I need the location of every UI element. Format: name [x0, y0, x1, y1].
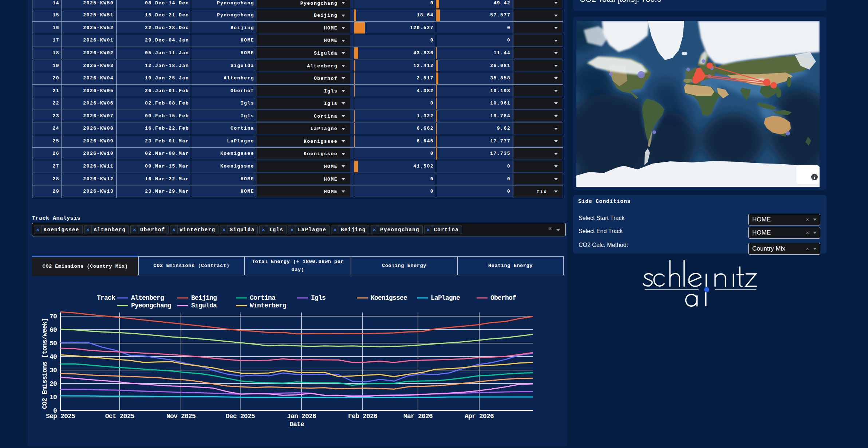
svg-text:Apr 2026: Apr 2026 — [465, 413, 494, 420]
svg-text:Nov 2025: Nov 2025 — [166, 413, 196, 420]
svg-text:Pyeongchang: Pyeongchang — [131, 302, 171, 309]
svg-text:Jan 2026: Jan 2026 — [287, 413, 316, 420]
svg-text:Track: Track — [97, 294, 115, 302]
svg-text:Feb 2026: Feb 2026 — [348, 413, 377, 420]
svg-text:10: 10 — [50, 394, 57, 401]
svg-text:Date: Date — [289, 421, 304, 428]
svg-text:Koenigssee: Koenigssee — [371, 294, 407, 302]
svg-text:CO2 Emissions [tons/week]: CO2 Emissions [tons/week] — [41, 318, 48, 409]
svg-text:Cortina: Cortina — [250, 294, 276, 302]
svg-text:70: 70 — [50, 313, 57, 320]
svg-text:Beijing: Beijing — [191, 294, 217, 302]
svg-text:20: 20 — [50, 380, 57, 388]
svg-text:Igls: Igls — [311, 294, 326, 302]
svg-text:Oct 2025: Oct 2025 — [105, 413, 134, 420]
svg-text:Oberhof: Oberhof — [490, 294, 516, 302]
svg-text:Dec 2025: Dec 2025 — [226, 413, 255, 420]
svg-text:60: 60 — [50, 326, 57, 334]
svg-text:40: 40 — [50, 353, 57, 361]
svg-text:50: 50 — [50, 340, 57, 347]
svg-text:i: i — [814, 174, 815, 180]
svg-text:LaPlagne: LaPlagne — [431, 294, 460, 302]
svg-text:30: 30 — [50, 367, 57, 374]
svg-text:Sep 2025: Sep 2025 — [46, 413, 75, 420]
svg-text:0: 0 — [53, 407, 57, 414]
svg-text:Sigulda: Sigulda — [191, 302, 217, 309]
svg-text:Altenberg: Altenberg — [131, 294, 164, 302]
svg-text:Mar 2026: Mar 2026 — [403, 413, 433, 420]
svg-text:Winterberg: Winterberg — [250, 302, 286, 309]
